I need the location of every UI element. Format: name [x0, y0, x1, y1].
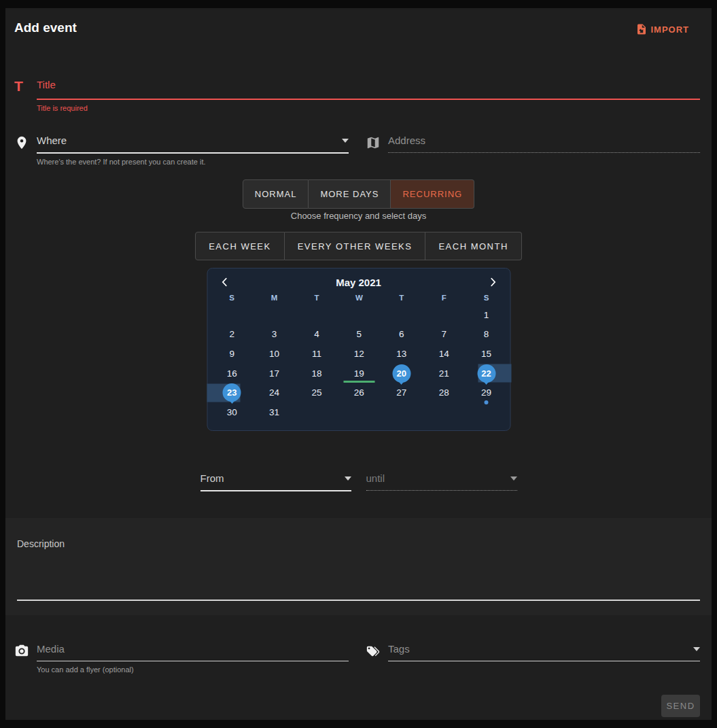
- calendar-day-5[interactable]: 5: [338, 325, 380, 345]
- day-number: 10: [269, 349, 279, 359]
- send-button[interactable]: SEND: [661, 695, 700, 717]
- calendar-day-13[interactable]: 13: [381, 344, 423, 364]
- calendar-prev-button[interactable]: [217, 275, 232, 290]
- day-number: 17: [269, 368, 279, 379]
- calendar-day-24[interactable]: 24: [253, 383, 295, 402]
- map-icon: [366, 135, 388, 150]
- calendar-weekday-header: T: [381, 294, 423, 302]
- calendar-day-19[interactable]: 19: [338, 364, 380, 383]
- date-picker-calendar: May 2021 SMTWTFS 12345678910111213141516…: [207, 268, 510, 431]
- address-field: Address: [366, 135, 700, 166]
- calendar-day-25[interactable]: 25: [296, 383, 338, 402]
- title-placeholder: Title: [37, 79, 56, 90]
- from-field: From: [200, 472, 351, 491]
- day-number: 11: [312, 349, 321, 359]
- calendar-day-8[interactable]: 8: [465, 325, 507, 345]
- where-field: Where Where's the event? If not present …: [14, 135, 349, 166]
- import-button[interactable]: IMPORT: [633, 22, 692, 37]
- until-select[interactable]: until: [366, 472, 517, 491]
- calendar-day-3[interactable]: 3: [253, 325, 295, 345]
- import-button-label: IMPORT: [650, 24, 689, 35]
- calendar-day-21[interactable]: 21: [423, 364, 465, 383]
- calendar-day-28[interactable]: 28: [423, 383, 465, 402]
- tab-every-other-weeks[interactable]: EVERY OTHER WEEKS: [285, 232, 426, 260]
- day-number: 9: [229, 349, 234, 359]
- calendar-month-label: May 2021: [336, 277, 381, 288]
- tags-select[interactable]: Tags: [388, 643, 700, 661]
- calendar-weekday-header: S: [211, 294, 253, 302]
- where-placeholder: Where: [37, 135, 67, 146]
- address-placeholder: Address: [388, 135, 425, 146]
- calendar-day-9[interactable]: 9: [211, 344, 253, 364]
- calendar-day-18[interactable]: 18: [296, 364, 338, 383]
- calendar-weekday-header: T: [296, 294, 338, 302]
- calendar-day-2[interactable]: 2: [211, 325, 253, 345]
- calendar-day-6[interactable]: 6: [381, 325, 423, 345]
- title-field: T Title Title is required: [14, 79, 700, 112]
- day-number: 24: [269, 387, 279, 398]
- from-placeholder: From: [200, 472, 224, 484]
- where-select[interactable]: Where: [37, 135, 349, 154]
- event-dot: [485, 400, 489, 404]
- calendar-day-16[interactable]: 16: [211, 364, 253, 383]
- day-number: 2: [229, 329, 234, 339]
- where-address-row: Where Where's the event? If not present …: [14, 135, 700, 166]
- description-section: Description: [5, 518, 712, 615]
- day-number: 6: [399, 329, 404, 339]
- add-event-dialog: Add event IMPORT T Title Title is requir…: [0, 0, 717, 728]
- tab-recurring[interactable]: RECURRING: [391, 179, 474, 209]
- calendar-day-31[interactable]: 31: [253, 402, 295, 422]
- calendar-day-7[interactable]: 7: [423, 325, 465, 345]
- media-tags-row: Media You can add a flyer (optional) Tag…: [14, 643, 700, 674]
- until-field: until: [366, 472, 517, 491]
- tab-each-month[interactable]: EACH MONTH: [425, 232, 521, 260]
- day-number: 25: [311, 387, 321, 398]
- day-number: 30: [227, 407, 237, 417]
- calendar-day-14[interactable]: 14: [423, 344, 465, 364]
- calendar-weekday-header: S: [465, 294, 507, 302]
- camera-icon: [14, 643, 37, 659]
- tab-each-week[interactable]: EACH WEEK: [195, 232, 285, 260]
- chevron-down-icon: [345, 476, 351, 481]
- calendar-day-11[interactable]: 11: [296, 344, 338, 364]
- chevron-down-icon: [693, 647, 700, 651]
- dialog-card: Add event IMPORT T Title Title is requir…: [5, 8, 712, 720]
- where-helper-text: Where's the event? If not present you ca…: [37, 158, 349, 166]
- calendar-next-button[interactable]: [485, 275, 500, 290]
- calendar-day-20[interactable]: 20: [381, 364, 423, 383]
- day-number: 7: [441, 329, 447, 339]
- calendar-day-22[interactable]: 22: [465, 364, 507, 383]
- calendar-day-10[interactable]: 10: [253, 344, 295, 364]
- description-textarea[interactable]: [17, 600, 700, 601]
- calendar-day-27[interactable]: 27: [381, 383, 423, 402]
- from-select[interactable]: From: [200, 472, 351, 491]
- calendar-day-23[interactable]: 23: [211, 383, 253, 402]
- description-label: Description: [17, 538, 65, 549]
- calendar-day-15[interactable]: 15: [465, 344, 507, 364]
- calendar-day-26[interactable]: 26: [338, 383, 380, 402]
- calendar-day-30[interactable]: 30: [211, 402, 253, 422]
- day-number: 28: [439, 387, 449, 398]
- day-number: 21: [439, 368, 449, 379]
- calendar-weekday-headers: SMTWTFS: [207, 294, 510, 302]
- calendar-day-grid: 1234567891011121314151617181920212223242…: [207, 305, 510, 422]
- calendar-day-1[interactable]: 1: [465, 305, 507, 325]
- calendar-day-12[interactable]: 12: [338, 344, 380, 364]
- calendar-weekday-header: F: [423, 294, 465, 302]
- title-input[interactable]: Title: [37, 79, 700, 100]
- calendar-day-4[interactable]: 4: [296, 325, 338, 345]
- calendar-weekday-header: M: [253, 294, 295, 302]
- title-icon: T: [14, 79, 37, 93]
- media-field: Media You can add a flyer (optional): [14, 643, 349, 674]
- time-range-row: From until: [5, 472, 712, 491]
- address-input[interactable]: Address: [388, 135, 700, 153]
- calendar-day-29[interactable]: 29: [465, 383, 507, 402]
- tab-more-days[interactable]: MORE DAYS: [309, 179, 391, 209]
- day-number: 19: [354, 368, 364, 379]
- media-input[interactable]: Media: [37, 643, 349, 661]
- until-placeholder: until: [366, 472, 385, 484]
- title-error-text: Title is required: [37, 104, 700, 112]
- day-number: 29: [481, 387, 491, 398]
- calendar-day-17[interactable]: 17: [253, 364, 295, 383]
- tab-normal[interactable]: NORMAL: [243, 179, 309, 209]
